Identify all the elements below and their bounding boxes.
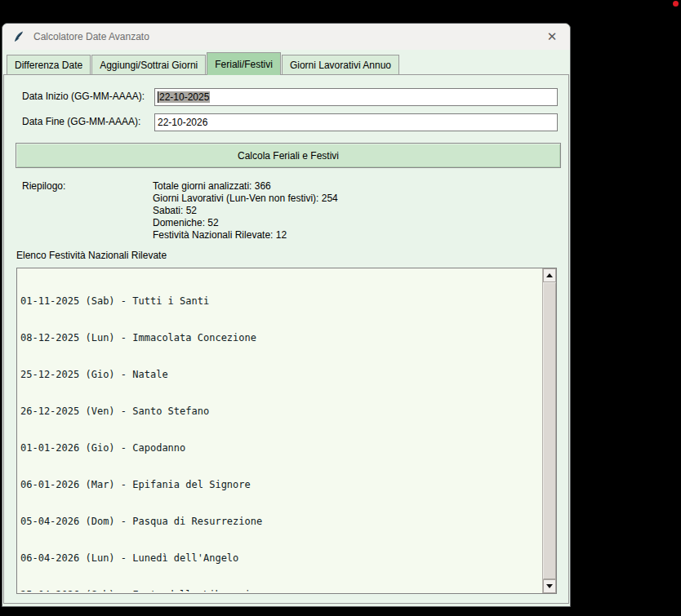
app-feather-icon — [12, 30, 25, 43]
summary-line: Sabati: 52 — [153, 205, 338, 217]
recording-indicator-dot — [673, 1, 679, 7]
scrollbar[interactable] — [542, 268, 556, 593]
holiday-line: 08-12-2025 (Lun) - Immacolata Concezione — [20, 332, 540, 344]
holiday-line: 06-01-2026 (Mar) - Epifania del Signore — [20, 479, 540, 491]
holiday-lines: 01-11-2025 (Sab) - Tutti i Santi 08-12-2… — [20, 271, 540, 592]
holiday-list-label: Elenco Festività Nazionali Rilevate — [16, 250, 167, 261]
summary-line: Totale giorni analizzati: 366 — [153, 180, 338, 193]
close-button[interactable]: ✕ — [534, 24, 570, 50]
scroll-up-button[interactable] — [543, 268, 556, 282]
tab-differenza-date[interactable]: Differenza Date — [7, 55, 91, 75]
summary-line: Giorni Lavorativi (Lun-Ven non festivi):… — [153, 193, 338, 205]
title-bar: Calcolatore Date Avanzato ✕ — [2, 24, 570, 50]
holiday-line: 25-12-2025 (Gio) - Natale — [20, 369, 540, 381]
end-date-label: Data Fine (GG-MM-AAAA): — [22, 116, 140, 127]
summary-block: Totale giorni analizzati: 366 Giorni Lav… — [153, 180, 338, 242]
tab-feriali-festivi[interactable]: Feriali/Festivi — [207, 52, 281, 75]
holiday-line: 25-04-2026 (Sab) - Festa della Liberazio… — [20, 589, 540, 592]
calculate-button[interactable]: Calcola Feriali e Festivi — [16, 143, 561, 168]
desktop-background: { "window": { "title": "Calcolatore Date… — [0, 0, 681, 616]
start-date-input[interactable]: 22-10-2025 — [154, 88, 558, 106]
tab-giorni-lavorativi-annuo[interactable]: Giorni Lavorativi Annuo — [282, 55, 399, 75]
start-date-label: Data Inizio (GG-MM-AAAA): — [22, 91, 145, 102]
holiday-line: 05-04-2026 (Dom) - Pasqua di Resurrezion… — [20, 516, 540, 528]
scrollbar-thumb[interactable] — [543, 282, 556, 579]
window-title: Calcolatore Date Avanzato — [33, 31, 149, 42]
scroll-down-icon — [546, 584, 553, 588]
summary-label: Riepilogo: — [22, 180, 65, 192]
summary-line: Domeniche: 52 — [153, 217, 338, 229]
app-window: Calcolatore Date Avanzato ✕ Differenza D… — [2, 23, 571, 607]
holiday-list[interactable]: 01-11-2025 (Sab) - Tutti i Santi 08-12-2… — [16, 268, 557, 594]
selected-text: 22-10-2025 — [158, 91, 210, 103]
scroll-up-icon — [546, 273, 553, 277]
holiday-line: 26-12-2025 (Ven) - Santo Stefano — [20, 405, 540, 418]
summary-line: Festività Nazionali Rilevate: 12 — [153, 229, 338, 242]
end-date-input[interactable]: 22-10-2026 — [154, 113, 558, 131]
scroll-down-button[interactable] — [543, 579, 556, 593]
end-date-value: 22-10-2026 — [158, 117, 207, 128]
holiday-line: 06-04-2026 (Lun) - Lunedì dell'Angelo — [20, 552, 540, 565]
tab-aggiungi-sottrai-giorni[interactable]: Aggiungi/Sottrai Giorni — [91, 55, 206, 75]
tab-bar: Differenza Date Aggiungi/Sottrai Giorni … — [7, 52, 400, 75]
holiday-line: 01-01-2026 (Gio) - Capodanno — [20, 442, 540, 454]
tab-content-panel: Data Inizio (GG-MM-AAAA): 22-10-2025 Dat… — [3, 74, 569, 604]
holiday-line: 01-11-2025 (Sab) - Tutti i Santi — [20, 295, 540, 308]
